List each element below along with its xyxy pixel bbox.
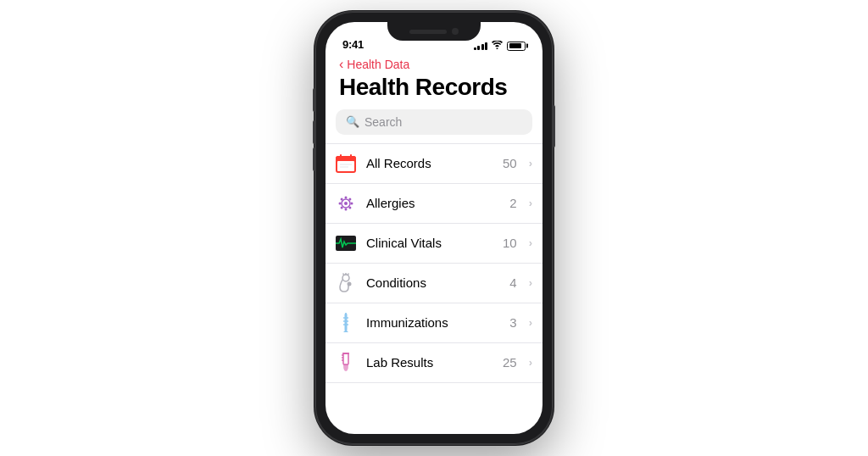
svg-point-14 [348, 206, 351, 209]
conditions-chevron-icon: › [529, 276, 532, 289]
clinical-vitals-label: Clinical Vitals [366, 236, 494, 250]
scene: 9:41 [0, 0, 868, 456]
clinical-vitals-icon [334, 231, 358, 255]
lab-results-icon [334, 351, 358, 375]
immunizations-icon [334, 311, 358, 335]
svg-point-11 [339, 202, 342, 204]
all-records-chevron-icon: › [529, 157, 532, 170]
svg-point-10 [345, 208, 348, 210]
list-item[interactable]: Lab Results 25 › [326, 343, 542, 383]
svg-line-23 [348, 274, 349, 275]
search-icon: 🔍 [346, 115, 359, 128]
battery-icon [507, 42, 526, 51]
lab-results-count: 25 [503, 355, 517, 370]
search-placeholder: Search [364, 115, 402, 129]
svg-rect-34 [342, 353, 349, 354]
wifi-icon [492, 41, 503, 51]
signal-icon [474, 42, 488, 50]
content: ‹ Health Data Health Records 🔍 Search [326, 54, 542, 434]
svg-point-20 [348, 281, 352, 286]
immunizations-chevron-icon: › [529, 316, 532, 329]
search-container: 🔍 Search [326, 109, 542, 143]
screen: 9:41 [326, 22, 542, 434]
immunizations-count: 3 [509, 315, 516, 330]
svg-rect-4 [340, 154, 342, 158]
back-chevron-icon: ‹ [339, 58, 343, 71]
notch [387, 22, 481, 41]
svg-point-17 [344, 202, 348, 205]
allergies-label: Allergies [366, 196, 501, 210]
back-navigation[interactable]: ‹ Health Data [326, 54, 542, 73]
camera [452, 28, 459, 35]
svg-rect-5 [350, 154, 352, 158]
conditions-label: Conditions [366, 275, 501, 290]
allergies-icon [334, 192, 358, 215]
list-item[interactable]: Clinical Vitals 10 › [326, 224, 542, 264]
allergies-chevron-icon: › [529, 197, 532, 209]
list-item[interactable]: Conditions 4 › [326, 264, 542, 303]
list-item[interactable]: All Records 50 › [326, 143, 542, 184]
records-list: All Records 50 › [326, 143, 542, 383]
search-bar[interactable]: 🔍 Search [336, 109, 532, 135]
page-title: Health Records [326, 73, 542, 109]
conditions-icon [334, 271, 358, 295]
svg-marker-28 [343, 330, 348, 332]
clinical-vitals-chevron-icon: › [529, 236, 532, 249]
svg-line-22 [343, 274, 344, 275]
allergies-count: 2 [509, 196, 516, 210]
conditions-count: 4 [509, 275, 516, 290]
svg-rect-3 [337, 161, 354, 171]
phone-shell: 9:41 [315, 12, 553, 444]
list-item[interactable]: Immunizations 3 › [326, 303, 542, 343]
status-icons [474, 41, 526, 51]
svg-point-12 [351, 202, 353, 204]
svg-point-9 [345, 196, 348, 198]
svg-point-13 [341, 197, 343, 200]
immunizations-label: Immunizations [366, 315, 501, 330]
svg-point-15 [348, 197, 351, 200]
back-label: Health Data [347, 58, 409, 71]
all-records-label: All Records [366, 156, 494, 170]
svg-rect-2 [336, 158, 356, 161]
all-records-icon [334, 152, 358, 175]
svg-point-16 [341, 206, 343, 209]
speaker [409, 30, 447, 34]
svg-rect-30 [343, 353, 348, 364]
lab-results-label: Lab Results [366, 355, 494, 370]
all-records-count: 50 [503, 156, 517, 170]
list-item[interactable]: Allergies 2 › [326, 184, 542, 224]
svg-point-19 [342, 275, 349, 281]
status-time: 9:41 [342, 38, 364, 51]
lab-results-chevron-icon: › [529, 356, 532, 369]
clinical-vitals-count: 10 [503, 236, 517, 250]
